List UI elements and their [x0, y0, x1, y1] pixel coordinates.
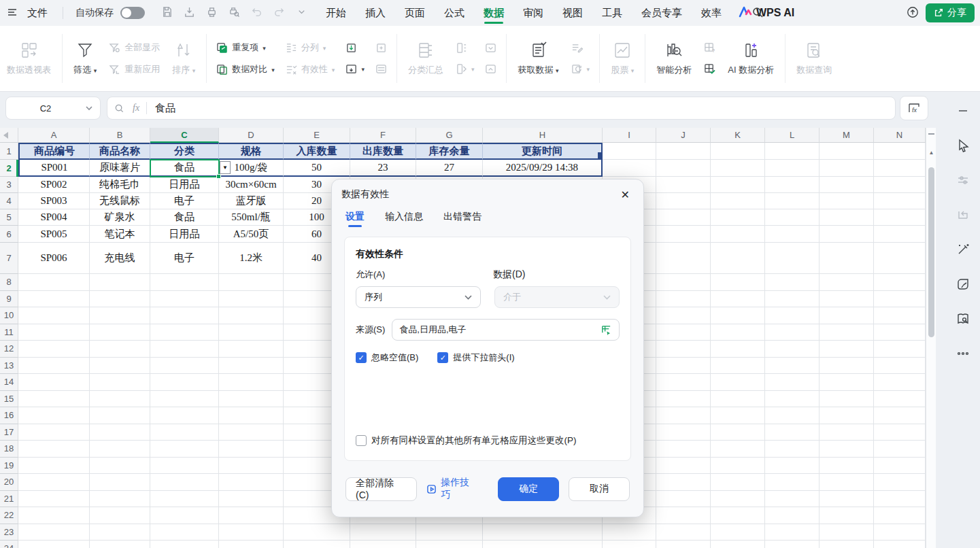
cell-L7[interactable]: [765, 243, 820, 274]
pivot-table-button[interactable]: 数据透视表: [0, 41, 58, 76]
collapse-sidebar-icon[interactable]: [956, 104, 970, 120]
cell-N4[interactable]: [874, 193, 926, 209]
cell-C21[interactable]: [150, 491, 219, 508]
column-header-H[interactable]: H: [483, 128, 603, 143]
cell-M18[interactable]: [820, 441, 874, 458]
cell-L9[interactable]: [765, 291, 820, 308]
cell-L8[interactable]: [765, 274, 820, 291]
row-header-19[interactable]: 19: [0, 458, 18, 475]
cell-B3[interactable]: 纯棉毛巾: [90, 177, 150, 193]
row-header-10[interactable]: 10: [0, 307, 18, 324]
cell-G24[interactable]: [416, 541, 483, 548]
reader-search-icon[interactable]: [956, 312, 970, 328]
cell-C14[interactable]: [150, 374, 219, 391]
cell-N22[interactable]: [874, 507, 926, 524]
row-header-4[interactable]: 4: [0, 193, 18, 209]
cell-C5[interactable]: 食品: [150, 209, 219, 226]
cell-B16[interactable]: [90, 407, 150, 424]
row-header-8[interactable]: 8: [0, 274, 18, 291]
cell-J3[interactable]: [656, 177, 711, 193]
cell-C6[interactable]: 日用品: [150, 226, 219, 243]
eco-leaf-icon[interactable]: [956, 277, 970, 294]
cell-D11[interactable]: [219, 324, 284, 341]
data-query-button[interactable]: 数据查询: [790, 41, 839, 76]
cell-A17[interactable]: [18, 424, 90, 441]
cell-D15[interactable]: [219, 391, 284, 408]
cell-K20[interactable]: [711, 474, 765, 491]
row-header-6[interactable]: 6: [0, 226, 18, 243]
magic-wand-icon[interactable]: [956, 243, 970, 259]
row-header-2[interactable]: 2: [0, 160, 18, 177]
cell-D1[interactable]: 规格: [219, 143, 284, 160]
cell-A4[interactable]: SP003: [18, 193, 90, 209]
cell-B22[interactable]: [90, 507, 150, 524]
wps-ai-button[interactable]: WPS AI: [739, 5, 794, 20]
cell-M17[interactable]: [820, 424, 874, 441]
cell-C19[interactable]: [150, 458, 219, 475]
cell-C17[interactable]: [150, 424, 219, 441]
cell-C11[interactable]: [150, 324, 219, 341]
cell-K12[interactable]: [711, 341, 765, 358]
cell-K21[interactable]: [711, 491, 765, 508]
row-header-18[interactable]: 18: [0, 441, 18, 458]
cell-J11[interactable]: [656, 324, 711, 341]
cell-J10[interactable]: [656, 307, 711, 324]
source-input[interactable]: 食品,日用品,电子: [392, 319, 620, 341]
cell-G2[interactable]: 27: [416, 160, 483, 177]
cell-J7[interactable]: [656, 243, 711, 274]
cell-N20[interactable]: [874, 474, 926, 491]
tab-formulas[interactable]: 公式: [443, 3, 465, 24]
cell-M24[interactable]: [820, 541, 874, 548]
cell-D24[interactable]: [219, 541, 284, 548]
cell-A11[interactable]: [18, 324, 90, 341]
cell-M10[interactable]: [820, 307, 874, 324]
autosave-toggle[interactable]: [120, 7, 145, 19]
cell-A10[interactable]: [18, 307, 90, 324]
tab-tools[interactable]: 工具: [601, 3, 623, 24]
close-icon[interactable]: ✕: [617, 187, 634, 203]
edit-query-button[interactable]: [571, 42, 590, 54]
subtotal-button[interactable]: 分类汇总: [401, 41, 450, 76]
cell-D5[interactable]: 550ml/瓶: [219, 209, 284, 226]
cell-K18[interactable]: [711, 441, 765, 458]
filter-button[interactable]: 筛选 ▾: [67, 41, 103, 76]
cell-B2[interactable]: 原味薯片: [90, 160, 150, 177]
column-header-G[interactable]: G: [416, 128, 483, 143]
cell-M15[interactable]: [820, 391, 874, 408]
tab-review[interactable]: 审阅: [522, 3, 544, 24]
cell-K8[interactable]: [711, 274, 765, 291]
more-options-icon[interactable]: [956, 347, 970, 363]
ungroup-button[interactable]: ▾: [456, 63, 475, 75]
cell-D18[interactable]: [219, 441, 284, 458]
adjust-sliders-icon[interactable]: [956, 173, 970, 190]
cell-B21[interactable]: [90, 491, 150, 508]
cell-L11[interactable]: [765, 324, 820, 341]
cell-N8[interactable]: [874, 274, 926, 291]
cell-D23[interactable]: [219, 524, 284, 541]
tab-insert[interactable]: 插入: [365, 3, 386, 24]
cell-N16[interactable]: [874, 407, 926, 424]
ai-data-analysis-button[interactable]: AI 数据分析: [721, 41, 781, 76]
cell-B23[interactable]: [90, 524, 150, 541]
data-select[interactable]: 介于: [494, 286, 620, 308]
cell-M9[interactable]: [820, 291, 874, 308]
cell-A24[interactable]: [18, 541, 90, 548]
cell-E23[interactable]: [284, 524, 350, 541]
cell-J12[interactable]: [656, 341, 711, 358]
cell-M16[interactable]: [820, 407, 874, 424]
cell-A16[interactable]: [18, 407, 90, 424]
column-header-L[interactable]: L: [765, 128, 820, 143]
name-box[interactable]: C2: [5, 97, 101, 120]
sort-button[interactable]: 排序 ▾: [165, 41, 202, 76]
cell-N3[interactable]: [874, 177, 926, 193]
cell-B24[interactable]: [90, 541, 150, 548]
column-header-B[interactable]: B: [90, 128, 150, 143]
cell-N19[interactable]: [874, 458, 926, 475]
duplicates-button[interactable]: 重复项▾: [216, 41, 275, 54]
dialog-tab-settings[interactable]: 设置: [345, 211, 365, 227]
cell-N5[interactable]: [874, 209, 926, 226]
ok-button[interactable]: 确定: [498, 477, 559, 501]
cell-K17[interactable]: [711, 424, 765, 441]
cell-I23[interactable]: [603, 524, 656, 541]
cell-J14[interactable]: [656, 374, 711, 391]
